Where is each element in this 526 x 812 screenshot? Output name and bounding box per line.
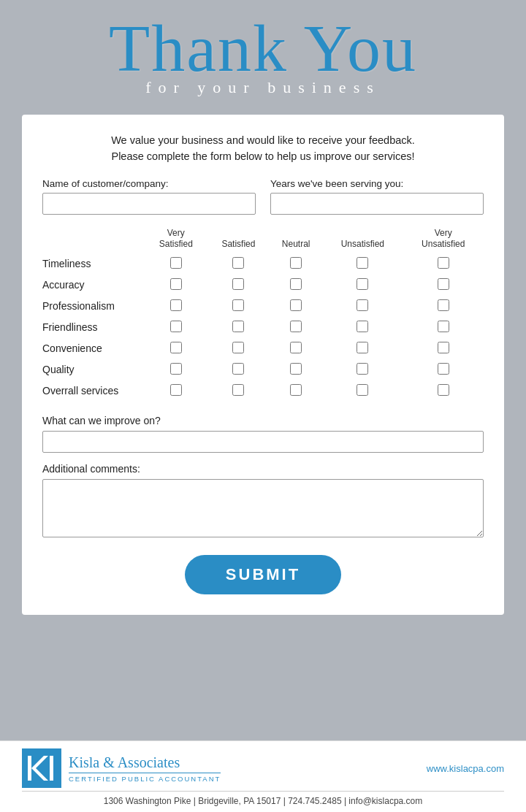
col-header-satisfied: Satisfied [207, 228, 270, 253]
years-input[interactable] [270, 193, 484, 215]
rating-checkbox[interactable] [170, 342, 182, 353]
rating-checkbox[interactable] [170, 363, 182, 375]
rating-cell [403, 296, 484, 317]
kisla-text-block: Kisla & Associates Certified Public Acco… [69, 754, 221, 783]
rating-cell [322, 253, 403, 275]
rating-checkbox[interactable] [170, 257, 182, 269]
rating-checkbox[interactable] [357, 384, 368, 396]
comments-textarea[interactable] [42, 479, 484, 537]
rating-checkbox[interactable] [438, 342, 449, 353]
rating-row-label: Convenience [42, 338, 145, 359]
rating-checkbox[interactable] [290, 299, 302, 311]
rating-checkbox[interactable] [290, 321, 302, 332]
rating-checkbox[interactable] [170, 278, 182, 290]
rating-checkbox[interactable] [357, 321, 368, 332]
rating-row-label: Friendliness [42, 317, 145, 338]
rating-checkbox[interactable] [232, 299, 244, 311]
rating-checkbox[interactable] [357, 278, 368, 290]
rating-checkbox[interactable] [232, 321, 244, 332]
rating-checkbox[interactable] [232, 278, 244, 290]
rating-section: VerySatisfied Satisfied Neutral Unsatisf… [42, 228, 484, 402]
rating-cell [322, 296, 403, 317]
company-name: Kisla & Associates [69, 754, 221, 771]
rating-row-label: Timeliness [42, 253, 145, 275]
rating-checkbox[interactable] [357, 363, 368, 375]
rating-checkbox[interactable] [232, 363, 244, 375]
form-card: We value your business and would like to… [22, 115, 504, 615]
svg-rect-1 [28, 756, 31, 781]
customer-input[interactable] [42, 193, 256, 215]
footer-logo-left: Kisla & Associates Certified Public Acco… [22, 748, 221, 788]
rating-cell [145, 380, 207, 402]
rating-checkbox[interactable] [438, 363, 449, 375]
improve-input[interactable] [42, 431, 484, 453]
rating-checkbox[interactable] [290, 363, 302, 375]
intro-text: We value your business and would like to… [42, 132, 484, 165]
thank-you-title: Thank You [29, 13, 497, 84]
rating-row: Quality [42, 359, 484, 380]
submit-row: SUBMIT [42, 555, 484, 594]
header: Thank You for your business [0, 0, 526, 115]
rating-row-label: Overrall services [42, 380, 145, 402]
rating-cell [207, 380, 270, 402]
rating-cell [207, 275, 270, 296]
rating-cell [322, 275, 403, 296]
rating-row-label: Professionalism [42, 296, 145, 317]
top-fields: Name of customer/company: Years we've be… [42, 178, 484, 215]
improve-label: What can we improve on? [42, 415, 484, 426]
customer-field-group: Name of customer/company: [42, 178, 256, 215]
customer-label: Name of customer/company: [42, 178, 256, 189]
rating-checkbox[interactable] [170, 384, 182, 396]
rating-cell [207, 359, 270, 380]
rating-checkbox[interactable] [357, 342, 368, 353]
rating-checkbox[interactable] [290, 342, 302, 353]
col-header-empty [42, 228, 145, 253]
rating-row: Friendliness [42, 317, 484, 338]
rating-cell [145, 253, 207, 275]
years-label: Years we've been serving you: [270, 178, 484, 189]
rating-cell [270, 338, 322, 359]
rating-checkbox[interactable] [438, 321, 449, 332]
col-header-neutral: Neutral [270, 228, 322, 253]
rating-checkbox[interactable] [232, 257, 244, 269]
rating-checkbox[interactable] [290, 278, 302, 290]
rating-checkbox[interactable] [357, 257, 368, 269]
company-subtitle: Certified Public Accountant [69, 773, 221, 783]
rating-cell [145, 275, 207, 296]
rating-cell [322, 380, 403, 402]
rating-row-label: Quality [42, 359, 145, 380]
years-field-group: Years we've been serving you: [270, 178, 484, 215]
rating-cell [207, 338, 270, 359]
rating-checkbox[interactable] [438, 384, 449, 396]
rating-checkbox[interactable] [438, 278, 449, 290]
rating-cell [403, 338, 484, 359]
rating-cell [145, 296, 207, 317]
col-header-very-unsatisfied: VeryUnsatisfied [403, 228, 484, 253]
rating-checkbox[interactable] [438, 257, 449, 269]
rating-cell [270, 359, 322, 380]
rating-checkbox[interactable] [290, 257, 302, 269]
rating-checkbox[interactable] [438, 299, 449, 311]
rating-cell [145, 338, 207, 359]
rating-cell [322, 317, 403, 338]
rating-row: Accuracy [42, 275, 484, 296]
submit-button[interactable]: SUBMIT [185, 555, 341, 594]
kisla-logo-icon [22, 748, 61, 788]
rating-row: Timeliness [42, 253, 484, 275]
rating-cell [403, 380, 484, 402]
rating-checkbox[interactable] [232, 342, 244, 353]
rating-checkbox[interactable] [290, 384, 302, 396]
rating-checkbox[interactable] [232, 384, 244, 396]
rating-checkbox[interactable] [170, 321, 182, 332]
rating-cell [270, 275, 322, 296]
rating-cell [145, 359, 207, 380]
rating-cell [403, 275, 484, 296]
rating-cell [403, 253, 484, 275]
improve-section: What can we improve on? [42, 415, 484, 453]
rating-checkbox[interactable] [357, 299, 368, 311]
svg-rect-3 [50, 756, 53, 781]
rating-checkbox[interactable] [170, 299, 182, 311]
rating-cell [270, 253, 322, 275]
rating-row-label: Accuracy [42, 275, 145, 296]
rating-cell [270, 317, 322, 338]
